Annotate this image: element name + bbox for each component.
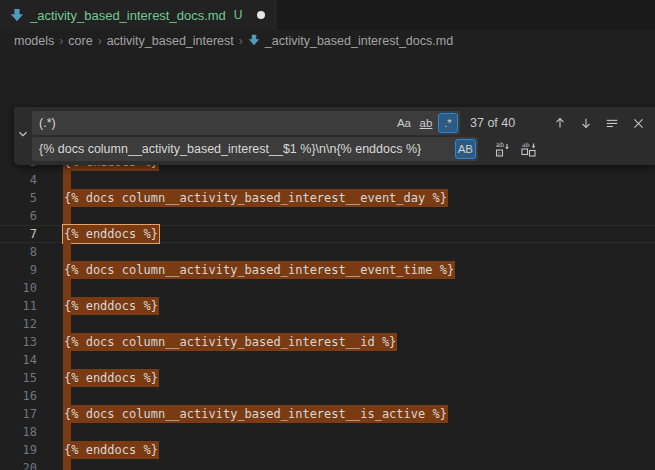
markdown-file-icon [10,8,24,22]
find-match-highlight: {% enddocs %} [63,369,159,387]
code-line[interactable]: 9 {% docs column__activity_based_interes… [0,261,655,279]
line-number: 5 [0,189,37,207]
line-number: 12 [0,315,37,333]
whole-word-toggle[interactable]: ab [416,113,436,133]
find-match-highlight: {% enddocs %} [63,297,159,315]
arrow-up-icon [553,116,567,130]
find-match-highlight [63,315,71,333]
find-match-highlight [63,207,71,225]
find-match-highlight [63,459,71,470]
replace-input[interactable]: {% docs column__activity_based_interest_… [32,137,478,161]
line-number: 11 [0,297,37,315]
line-number: 13 [0,333,37,351]
find-match-highlight [63,243,71,261]
breadcrumb: models › core › activity_based_interest … [0,30,655,52]
breadcrumb-filename: _activity_based_interest_docs.md [265,34,453,48]
find-match-highlight [63,387,71,405]
breadcrumb-separator: › [238,34,244,48]
markdown-file-icon [248,34,260,49]
editor-pane[interactable]: 1 {% docs column__activity_based_interes… [0,52,655,470]
breadcrumb-item-file[interactable]: _activity_based_interest_docs.md [248,34,453,49]
find-match-highlight: {% docs column__activity_based_interest_… [63,405,448,423]
find-match-highlight [63,423,71,441]
find-match-highlight [63,171,71,189]
tab-filename: _activity_based_interest_docs.md [30,8,226,23]
line-number: 16 [0,387,37,405]
previous-match-button[interactable] [549,112,571,134]
line-number: 20 [0,459,37,470]
svg-text:ab: ab [522,141,530,148]
code-lines: 1 {% docs column__activity_based_interes… [0,117,655,470]
find-input[interactable]: (.*) Aa ab .* [32,111,460,135]
line-number: 4 [0,171,37,189]
find-match-highlight: {% enddocs %} [63,225,159,243]
find-match-highlight [63,279,71,297]
match-case-toggle[interactable]: Aa [394,113,414,133]
close-icon [632,117,645,130]
code-line[interactable]: 4 [0,171,655,189]
code-line[interactable]: 5 {% docs column__activity_based_interes… [0,189,655,207]
find-match-highlight: {% docs column__activity_based_interest_… [63,333,397,351]
replace-value: {% docs column__activity_based_interest_… [39,142,453,156]
line-number: 9 [0,261,37,279]
breadcrumb-item-models[interactable]: models [14,34,54,48]
code-line[interactable]: 15 {% enddocs %} [0,369,655,387]
find-replace-widget: (.*) Aa ab .* 37 of 40 [14,107,655,165]
code-line[interactable]: 10 [0,279,655,297]
line-number: 18 [0,423,37,441]
code-line[interactable]: 19 {% enddocs %} [0,441,655,459]
code-line[interactable]: 16 [0,387,655,405]
code-line[interactable]: 7 {% enddocs %} [0,225,655,243]
code-line[interactable]: 6 [0,207,655,225]
find-match-highlight: {% docs column__activity_based_interest_… [63,261,455,279]
git-status-badge: U [234,8,243,22]
find-query: (.*) [39,116,392,130]
code-line[interactable]: 13 {% docs column__activity_based_intere… [0,333,655,351]
tab-active-file[interactable]: _activity_based_interest_docs.md U [0,0,277,30]
toggle-replace-button[interactable] [14,107,32,165]
line-number: 19 [0,441,37,459]
chevron-down-icon [16,127,30,145]
find-match-highlight: {% docs column__activity_based_interest_… [63,189,448,207]
replace-all-icon: ab [521,141,537,157]
preserve-case-toggle[interactable]: AB [455,139,476,159]
svg-text:c: c [498,150,501,156]
code-line[interactable]: 14 [0,351,655,369]
line-number: 15 [0,369,37,387]
breadcrumb-separator: › [97,34,103,48]
replace-all-button[interactable]: ab [518,138,540,160]
find-match-highlight [63,351,71,369]
code-line[interactable]: 8 [0,243,655,261]
find-in-selection-button[interactable] [601,112,623,134]
next-match-button[interactable] [575,112,597,134]
line-number: 14 [0,351,37,369]
match-count: 37 of 40 [470,116,515,130]
line-number: 17 [0,405,37,423]
line-number: 10 [0,279,37,297]
code-line[interactable]: 20 [0,459,655,470]
regex-toggle[interactable]: .* [438,113,458,133]
line-number: 7 [0,225,37,243]
breadcrumb-item-activity-based-interest[interactable]: activity_based_interest [107,34,234,48]
tab-bar: _activity_based_interest_docs.md U [0,0,655,30]
code-line[interactable]: 12 [0,315,655,333]
replace-icon: abc [495,141,511,157]
modified-dot-icon[interactable] [257,11,265,19]
line-number: 6 [0,207,37,225]
svg-text:ab: ab [496,141,504,149]
replace-button[interactable]: abc [492,138,514,160]
close-find-button[interactable] [627,112,649,134]
code-line[interactable]: 11 {% enddocs %} [0,297,655,315]
line-number: 8 [0,243,37,261]
find-in-selection-icon [605,116,619,130]
breadcrumb-item-core[interactable]: core [68,34,92,48]
arrow-down-icon [579,116,593,130]
code-line[interactable]: 17 {% docs column__activity_based_intere… [0,405,655,423]
find-match-highlight: {% enddocs %} [63,441,159,459]
code-line[interactable]: 18 [0,423,655,441]
breadcrumb-separator: › [58,34,64,48]
